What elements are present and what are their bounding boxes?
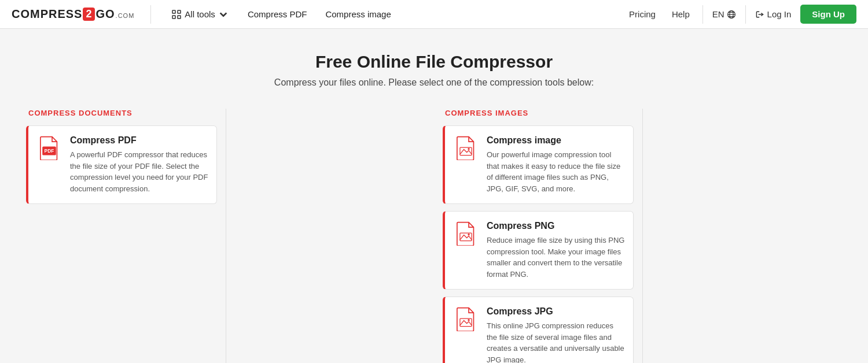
main-content: Free Online File Compressor Compress you… bbox=[0, 29, 868, 363]
column-separator-2 bbox=[642, 109, 643, 363]
pricing-nav[interactable]: Pricing bbox=[626, 7, 659, 21]
card-images-2[interactable]: Compress JPGThis online JPG compression … bbox=[443, 297, 634, 363]
help-nav[interactable]: Help bbox=[668, 7, 693, 21]
hero-subtitle: Compress your files online. Please selec… bbox=[17, 77, 851, 88]
card-images-0[interactable]: Compress imageOur powerful image compres… bbox=[443, 125, 634, 204]
login-arrow-icon bbox=[755, 10, 764, 19]
tool-columns: COMPRESS DOCUMENTSPDFCompress PDFA power… bbox=[17, 109, 851, 363]
svg-point-15 bbox=[468, 234, 469, 235]
language-button[interactable]: EN bbox=[712, 9, 736, 19]
compress-pdf-nav[interactable]: Compress PDF bbox=[244, 7, 311, 21]
all-tools-label: All tools bbox=[185, 9, 215, 19]
column-header-documents: COMPRESS DOCUMENTS bbox=[26, 109, 217, 117]
svg-point-17 bbox=[468, 319, 469, 321]
card-content-documents-0: Compress PDFA powerful PDF compressor th… bbox=[70, 135, 208, 194]
column-images: COMPRESS IMAGESCompress imageOur powerfu… bbox=[434, 109, 642, 363]
card-content-images-2: Compress JPGThis online JPG compression … bbox=[487, 306, 625, 363]
svg-rect-2 bbox=[172, 16, 175, 18]
card-title: Compress JPG bbox=[487, 306, 625, 317]
card-icon-image bbox=[453, 306, 479, 332]
header-right: Pricing Help EN Log In Sign Up bbox=[626, 5, 856, 24]
globe-icon bbox=[727, 10, 736, 19]
card-desc: Reduce image file size by using this PNG… bbox=[487, 235, 625, 280]
svg-text:PDF: PDF bbox=[45, 148, 54, 154]
card-desc: A powerful PDF compressor that reduces t… bbox=[70, 149, 208, 194]
card-content-images-1: Compress PNGReduce image file size by us… bbox=[487, 221, 625, 280]
card-title: Compress image bbox=[487, 135, 625, 146]
header: COMPRESS 2 GO .com All tools Compress PD… bbox=[0, 0, 868, 29]
card-content-images-0: Compress imageOur powerful image compres… bbox=[487, 135, 625, 194]
card-images-1[interactable]: Compress PNGReduce image file size by us… bbox=[443, 211, 634, 290]
logo-compress: COMPRESS bbox=[12, 8, 82, 21]
chevron-down-icon bbox=[219, 10, 228, 19]
logo-2: 2 bbox=[83, 8, 95, 21]
card-icon-image bbox=[453, 221, 479, 246]
card-title: Compress PNG bbox=[487, 221, 625, 231]
hero-title: Free Online File Compressor bbox=[17, 52, 851, 72]
all-tools-button[interactable]: All tools bbox=[167, 7, 233, 21]
logo[interactable]: COMPRESS 2 GO .com bbox=[12, 8, 134, 21]
compress-image-nav[interactable]: Compress image bbox=[322, 7, 394, 21]
svg-rect-3 bbox=[178, 16, 181, 18]
card-icon-image bbox=[453, 135, 479, 161]
column-documents: COMPRESS DOCUMENTSPDFCompress PDFA power… bbox=[17, 109, 226, 363]
svg-rect-1 bbox=[178, 10, 181, 13]
logo-go: GO bbox=[95, 8, 115, 21]
grid-icon bbox=[172, 10, 181, 19]
column-header-images: COMPRESS IMAGES bbox=[443, 109, 634, 117]
card-desc: Our powerful image compression tool that… bbox=[487, 149, 625, 194]
column-separator-1 bbox=[226, 109, 226, 363]
header-divider-3 bbox=[745, 5, 746, 24]
svg-rect-0 bbox=[172, 10, 175, 13]
card-icon-pdf: PDF bbox=[36, 135, 62, 161]
signup-button[interactable]: Sign Up bbox=[800, 5, 856, 24]
login-label: Log In bbox=[767, 9, 792, 19]
card-documents-0[interactable]: PDFCompress PDFA powerful PDF compressor… bbox=[26, 125, 217, 204]
svg-point-13 bbox=[468, 148, 469, 150]
header-divider-1 bbox=[150, 5, 151, 24]
lang-label: EN bbox=[712, 9, 724, 19]
card-desc: This online JPG compression reduces the … bbox=[487, 320, 625, 363]
card-title: Compress PDF bbox=[70, 135, 208, 146]
header-divider-2 bbox=[703, 5, 703, 24]
logo-com: .com bbox=[116, 12, 135, 19]
login-button[interactable]: Log In bbox=[755, 9, 792, 19]
